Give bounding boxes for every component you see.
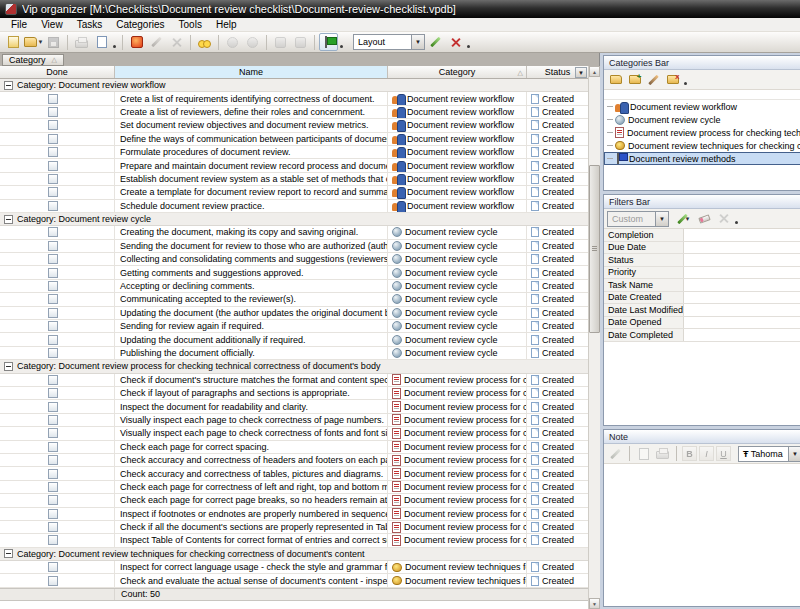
task-checkbox[interactable] — [48, 227, 58, 237]
filter-value-field[interactable] — [684, 317, 800, 329]
new-task-button[interactable] — [127, 33, 146, 51]
task-row[interactable]: Accepting or declining comments.Document… — [0, 280, 588, 293]
column-header-category[interactable]: Category △ — [388, 66, 527, 78]
delete-layout-button[interactable] — [446, 33, 465, 51]
open-database-button[interactable]: ▼ — [24, 33, 43, 51]
task-checkbox[interactable] — [48, 161, 58, 171]
task-row[interactable]: Check if document's structure matches th… — [0, 374, 588, 387]
new-database-button[interactable] — [4, 33, 23, 51]
task-row[interactable]: Check accuracy and correctness of tables… — [0, 467, 588, 480]
save-layout-button[interactable] — [426, 33, 445, 51]
collapse-group-icon[interactable] — [4, 215, 13, 224]
task-checkbox[interactable] — [48, 308, 58, 318]
task-checkbox[interactable] — [48, 294, 58, 304]
task-checkbox[interactable] — [48, 509, 58, 519]
task-checkbox[interactable] — [48, 335, 58, 345]
task-row[interactable]: Create a list of reviewers, define their… — [0, 106, 588, 119]
print-note-button[interactable] — [654, 446, 671, 462]
category-tree-item[interactable]: Document review cycle1010 — [604, 113, 800, 126]
task-row[interactable]: Getting comments and suggestions approve… — [0, 266, 588, 279]
toolbar-overflow-dot[interactable] — [684, 82, 687, 85]
task-row[interactable]: Updating the document (the author update… — [0, 307, 588, 320]
task-row[interactable]: Crete a list of requirements identifying… — [0, 92, 588, 105]
task-row[interactable]: Define the ways of communication between… — [0, 133, 588, 146]
task-row[interactable]: Sending for review again if required.Doc… — [0, 320, 588, 333]
toolbar-overflow-dot[interactable] — [113, 45, 116, 48]
bold-button[interactable]: B — [682, 446, 697, 461]
filter-value-field[interactable] — [684, 292, 800, 304]
task-row[interactable]: Check if layout of paragraphs and sectio… — [0, 387, 588, 400]
column-header-name[interactable]: Name — [115, 66, 388, 78]
task-row[interactable]: Schedule document review practice.Docume… — [0, 200, 588, 213]
task-checkbox[interactable] — [48, 201, 58, 211]
task-row[interactable]: Check and evaluate the actual sense of d… — [0, 574, 588, 587]
category-tree-item[interactable]: Document review methods77 — [604, 152, 800, 165]
task-checkbox[interactable] — [48, 562, 58, 572]
group-header-row[interactable]: Category: Document review workflow — [0, 79, 588, 92]
toolbar-overflow-dot[interactable] — [735, 221, 738, 224]
scroll-down-button[interactable]: ▼ — [589, 598, 600, 609]
new-note-button[interactable] — [635, 446, 652, 462]
task-checkbox[interactable] — [48, 107, 58, 117]
toolbar-overflow-dot[interactable] — [340, 45, 343, 48]
task-row[interactable]: Check accuracy and correctness of header… — [0, 454, 588, 467]
go-button[interactable] — [319, 33, 338, 51]
task-checkbox[interactable] — [48, 535, 58, 545]
task-checkbox[interactable] — [48, 469, 58, 479]
task-row[interactable]: Inspect Table of Contents for correct fo… — [0, 534, 588, 547]
task-row[interactable]: Establish document review system as a st… — [0, 173, 588, 186]
task-checkbox[interactable] — [48, 174, 58, 184]
expand-all-button[interactable] — [271, 33, 290, 51]
delete-filter-button[interactable] — [715, 211, 732, 227]
move-down-button[interactable] — [223, 33, 242, 51]
task-row[interactable]: Check each page for correctness of left … — [0, 481, 588, 494]
toolbar-overflow-dot[interactable] — [467, 45, 470, 48]
combobox-dropdown-button[interactable]: ▼ — [411, 35, 424, 49]
filter-value-field[interactable] — [684, 242, 800, 254]
layout-combobox[interactable]: Layout ▼ — [353, 34, 425, 50]
column-header-status[interactable]: Status ▼ — [527, 66, 588, 78]
task-checkbox[interactable] — [48, 321, 58, 331]
task-row[interactable]: Inspect for correct language usage - che… — [0, 561, 588, 574]
group-header-row[interactable]: Category: Document review techniques for… — [0, 548, 588, 561]
task-row[interactable]: Updating the document additionally if re… — [0, 333, 588, 346]
task-checkbox[interactable] — [48, 134, 58, 144]
combobox-dropdown-button[interactable]: ▼ — [788, 447, 800, 461]
filter-value-field[interactable] — [684, 229, 800, 241]
task-row[interactable]: Inspect the document for readability and… — [0, 400, 588, 413]
task-row[interactable]: Prepare and maintain document review rec… — [0, 159, 588, 172]
collapse-group-icon[interactable] — [4, 549, 13, 558]
task-row[interactable]: Visually inspect each page to check corr… — [0, 414, 588, 427]
underline-button[interactable]: U — [716, 446, 731, 461]
task-row[interactable]: Check if all the document's sections are… — [0, 521, 588, 534]
task-checkbox[interactable] — [48, 147, 58, 157]
menu-item-file[interactable]: File — [4, 19, 34, 30]
task-row[interactable]: Creating the document, making its copy a… — [0, 226, 588, 239]
scroll-up-button[interactable]: ▲ — [589, 66, 600, 77]
font-combobox[interactable]: Ŧ Tahoma ▼ — [738, 446, 800, 462]
filter-value-field[interactable] — [684, 329, 800, 341]
task-checkbox[interactable] — [48, 241, 58, 251]
menu-item-help[interactable]: Help — [209, 19, 244, 30]
task-checkbox[interactable] — [48, 187, 58, 197]
menu-item-tools[interactable]: Tools — [172, 19, 209, 30]
move-up-button[interactable] — [243, 33, 262, 51]
filter-value-field[interactable] — [684, 279, 800, 291]
menu-item-tasks[interactable]: Tasks — [70, 19, 110, 30]
task-row[interactable]: Sending the document for review to those… — [0, 240, 588, 253]
task-checkbox[interactable] — [48, 388, 58, 398]
status-filter-dropdown-button[interactable]: ▼ — [575, 67, 587, 78]
menu-item-view[interactable]: View — [34, 19, 70, 30]
task-checkbox[interactable] — [48, 281, 58, 291]
task-checkbox[interactable] — [48, 415, 58, 425]
task-checkbox[interactable] — [48, 120, 58, 130]
category-tree-item[interactable]: Document review workflow99 — [604, 100, 800, 113]
category-tree-item[interactable]: Document review techniques for checking … — [604, 139, 800, 152]
combobox-dropdown-button[interactable]: ▼ — [655, 212, 668, 226]
group-by-category-button[interactable]: Category △ — [2, 54, 64, 66]
task-row[interactable]: Visually inspect each page to check corr… — [0, 427, 588, 440]
save-note-button[interactable] — [607, 446, 624, 462]
task-row[interactable]: Check each page for correct spacing.Docu… — [0, 441, 588, 454]
task-row[interactable]: Publishing the document officially.Docum… — [0, 347, 588, 360]
group-header-row[interactable]: Category: Document review cycle — [0, 213, 588, 226]
